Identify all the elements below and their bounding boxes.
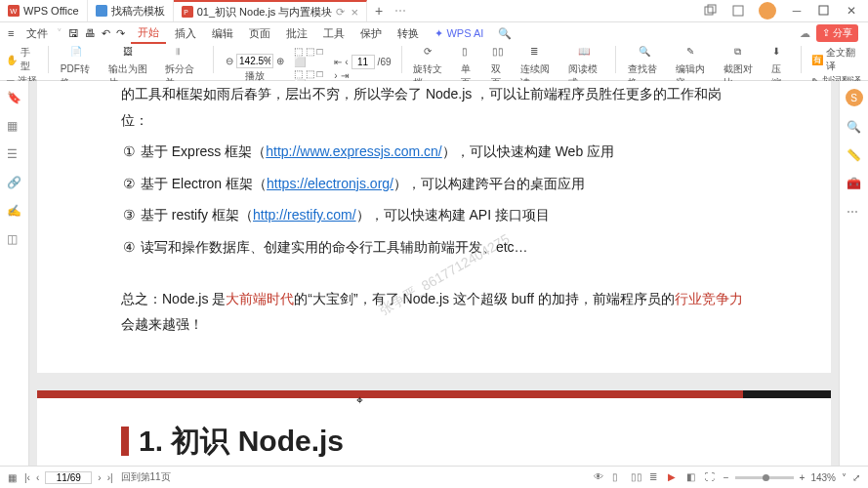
svg-text:P: P: [184, 9, 188, 16]
first-page-icon[interactable]: ⇤: [334, 57, 342, 67]
undo-icon[interactable]: ↶: [102, 27, 110, 40]
last-page-btn[interactable]: ›|: [107, 472, 113, 483]
section-divider: [37, 390, 831, 398]
heading-accent-bar: [121, 427, 129, 456]
search-icon[interactable]: 🔍: [492, 27, 517, 40]
menu-convert[interactable]: 转换: [391, 24, 426, 43]
prev-page-icon[interactable]: ‹: [345, 57, 348, 67]
tab-overflow-icon[interactable]: ⋯: [394, 4, 406, 18]
first-page-btn[interactable]: |‹: [24, 472, 30, 483]
search-panel-icon[interactable]: 🔍: [847, 120, 861, 135]
box-icon[interactable]: [731, 4, 745, 18]
left-sidebar: 🔖 ▦ ☰ 🔗 ✍ ◫: [0, 81, 29, 466]
status-page-input[interactable]: [45, 471, 92, 484]
tab-template[interactable]: 找稿壳模板: [88, 0, 174, 21]
menubar: ≡ 文件 ˅ 🖫 🖶 ↶ ↷ 开始 插入 编辑 页面 批注 工具 保护 转换 ✦…: [0, 22, 868, 44]
view-continuous-icon[interactable]: ≣: [649, 471, 662, 484]
more-panel-icon[interactable]: ⋯: [847, 205, 861, 220]
menu-insert[interactable]: 插入: [168, 24, 203, 43]
attachment-icon[interactable]: 🔗: [7, 176, 21, 190]
full-translate-button[interactable]: 🈶全文翻译: [811, 46, 862, 73]
svg-text:W: W: [10, 7, 18, 16]
link-electron[interactable]: https://electronjs.org/: [267, 176, 393, 191]
right-sidebar: S 🔍 📏 🧰 ⋯: [839, 81, 868, 466]
outline-icon[interactable]: ☰: [7, 147, 21, 162]
play-button[interactable]: ⊖⊕ 播放: [224, 54, 286, 83]
quick-access: 🖫 🖶 ↶ ↷: [64, 27, 129, 40]
cloud-icon[interactable]: ☁: [800, 27, 810, 40]
back-to-page[interactable]: 回到第11页: [121, 470, 171, 484]
page-number-input[interactable]: [351, 55, 375, 69]
close-window-icon[interactable]: ✕: [845, 4, 858, 18]
signature-icon[interactable]: ✍: [7, 204, 21, 219]
maximize-icon[interactable]: [817, 4, 831, 18]
last-page-icon[interactable]: ⇥: [341, 70, 349, 81]
svg-rect-2: [96, 5, 107, 17]
tools-panel-icon[interactable]: 🧰: [847, 177, 861, 191]
zoom-slider[interactable]: [735, 476, 794, 479]
window-controls: ─ ✕: [704, 2, 868, 20]
list-item-4: ④ 读写和操作数据库、创建实用的命令行工具辅助前端开发、etc…: [121, 234, 747, 261]
document-area[interactable]: 的工具和框架如雨后春笋，层出不穷，所以学会了 Node.js ，可以让前端程序员…: [29, 81, 839, 466]
zoom-percent[interactable]: 143%: [810, 472, 836, 483]
menu-file[interactable]: 文件: [20, 24, 55, 43]
menu-wps-ai[interactable]: ✦ WPS AI: [428, 25, 490, 42]
thumbnail-icon[interactable]: ▦: [7, 119, 21, 134]
pdf-icon: P: [182, 6, 193, 18]
close-icon[interactable]: ×: [351, 5, 358, 20]
eraser-icon[interactable]: ◫: [7, 232, 21, 247]
zoom-dropdown-icon[interactable]: ˅: [842, 472, 847, 483]
view-single-icon[interactable]: ▯: [612, 471, 625, 484]
link-restify[interactable]: http://restify.com/: [253, 207, 356, 223]
grid-icon[interactable]: ▦: [8, 472, 17, 483]
menu-tools[interactable]: 工具: [316, 24, 351, 43]
list-item-2: ② 基于 Electron 框架（https://electronjs.org/…: [121, 171, 747, 197]
next-page-icon[interactable]: ›: [334, 70, 337, 81]
avatar[interactable]: [759, 2, 776, 20]
redo-icon[interactable]: ↷: [116, 27, 125, 40]
cursor-icon: ⌖: [356, 393, 363, 407]
multiwindow-icon[interactable]: [704, 4, 718, 18]
fullscreen-icon[interactable]: ⤢: [852, 472, 860, 483]
new-tab-button[interactable]: +: [367, 3, 391, 19]
hand-tool[interactable]: ✋手型: [6, 46, 38, 73]
view-full-icon[interactable]: ⛶: [705, 471, 718, 484]
page-content: 的工具和框架如雨后春笋，层出不穷，所以学会了 Node.js ，可以让前端程序员…: [37, 81, 831, 373]
list-item-1: ① 基于 Express 框架（http://www.expressjs.com…: [121, 139, 747, 165]
template-icon: [96, 5, 107, 17]
view-double-icon[interactable]: ▯▯: [631, 471, 643, 484]
minimize-icon[interactable]: ─: [790, 4, 804, 18]
fit-width-icon[interactable]: ⬚ ⬚ □ ⬜: [294, 46, 326, 67]
menu-comment[interactable]: 批注: [279, 24, 314, 43]
menu-edit[interactable]: 编辑: [205, 24, 240, 43]
zoom-in-btn[interactable]: +: [800, 472, 806, 483]
tab-label: 01_初识 Node.js 与内置模块: [197, 5, 333, 20]
menu-protect[interactable]: 保护: [353, 24, 389, 43]
wps-logo-icon: W: [8, 5, 20, 17]
menu-page[interactable]: 页面: [242, 24, 277, 43]
user-badge[interactable]: S: [846, 89, 863, 106]
eye-icon[interactable]: 👁: [594, 471, 606, 484]
tab-refresh-icon[interactable]: ⟳: [336, 6, 345, 19]
view-slide-icon[interactable]: ◧: [686, 471, 699, 484]
view-read-icon[interactable]: ▶: [668, 471, 681, 484]
tab-label: 找稿壳模板: [111, 4, 165, 19]
save-icon[interactable]: 🖫: [68, 27, 79, 39]
tab-document[interactable]: P 01_初识 Node.js 与内置模块 ⟳ ×: [174, 0, 367, 21]
zoom-out-btn[interactable]: −: [723, 472, 729, 483]
share-button[interactable]: ⇪ 分享: [816, 24, 858, 42]
print-icon[interactable]: 🖶: [85, 27, 96, 39]
menu-start[interactable]: 开始: [131, 23, 166, 44]
tab-label: WPS Office: [23, 5, 79, 17]
ruler-icon[interactable]: 📏: [847, 148, 861, 163]
app-menu-icon[interactable]: ≡: [4, 27, 18, 39]
bookmark-icon[interactable]: 🔖: [7, 91, 21, 105]
list-item-3: ③ 基于 restify 框架（http://restify.com/），可以快…: [121, 202, 747, 228]
zoom-input[interactable]: [236, 54, 273, 68]
svg-rect-5: [705, 7, 713, 15]
tab-wps-home[interactable]: W WPS Office: [0, 0, 88, 21]
heading-1: 1. 初识 Node.js: [139, 422, 344, 462]
next-page-btn[interactable]: ›: [98, 472, 101, 483]
prev-page-btn[interactable]: ‹: [36, 472, 39, 483]
link-express[interactable]: http://www.expressjs.com.cn/: [266, 143, 442, 159]
